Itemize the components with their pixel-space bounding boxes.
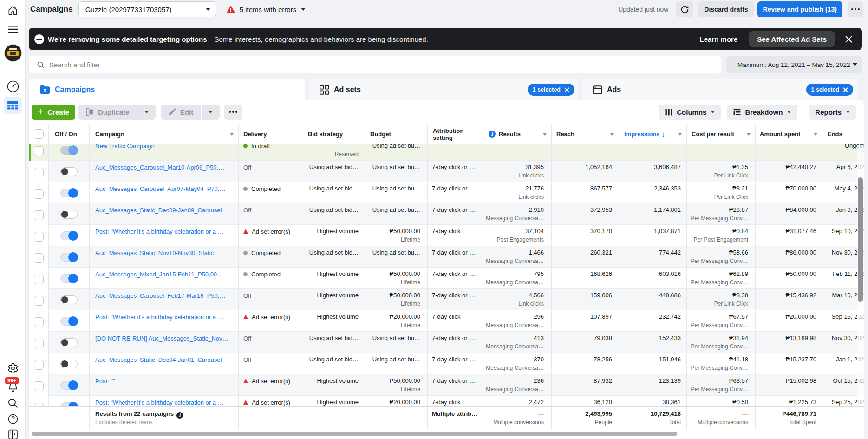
search-input[interactable] [49,61,715,69]
info-icon[interactable]: i [489,131,496,138]
sort-caret-icon[interactable] [814,133,817,136]
campaign-toggle[interactable] [60,338,78,347]
campaigns-nav-icon[interactable] [0,99,26,111]
columns-button[interactable]: Columns [659,105,721,120]
campaign-link[interactable]: Post: "Whether it's a birthday celebrati… [95,228,224,236]
campaign-toggle[interactable] [60,167,78,176]
row-checkbox[interactable] [34,146,44,156]
account-selector[interactable]: Guzzle (202977331703057) [78,1,216,17]
see-affected-adsets-button[interactable]: See Affected Ad Sets [749,31,835,47]
reports-button[interactable]: Reports [809,105,856,120]
search-filter-box[interactable] [29,56,721,73]
campaign-link[interactable]: Post: "" [95,377,115,386]
row-checkbox[interactable] [34,317,44,327]
info-icon[interactable]: i [176,412,183,419]
vertical-scrollbar-thumb[interactable] [858,177,863,302]
sort-caret-icon[interactable] [678,133,682,136]
column-header-results[interactable]: i Results [483,124,552,144]
ads-manager-icon[interactable] [0,80,26,93]
menu-icon[interactable] [0,24,26,34]
column-header-amount-spent[interactable]: Amount spent [756,124,822,144]
sort-caret-icon[interactable] [747,133,751,136]
clear-selection-icon[interactable] [843,87,848,92]
settings-gear-icon[interactable] [0,363,26,374]
tab-adsets[interactable]: Ad sets 1 selected [309,79,578,100]
duplicate-button[interactable]: Duplicate [78,105,137,120]
sort-caret-icon[interactable] [543,133,547,136]
row-checkbox[interactable] [34,189,44,199]
campaign-link[interactable]: [DO NOT RE-RUN] Auc_Messages_Static_Nov… [95,334,228,343]
row-checkbox[interactable] [34,168,44,177]
campaign-toggle[interactable] [60,381,78,390]
column-header-impressions[interactable]: Impressions↓ [619,124,687,144]
campaign-toggle[interactable] [60,231,78,240]
row-checkbox[interactable] [34,275,44,284]
column-header-cost-per-result[interactable]: Cost per result [687,124,756,144]
help-icon[interactable] [0,413,26,425]
tab-campaigns[interactable]: Campaigns [29,79,305,100]
campaign-link[interactable]: Auc_Messages_Carousel_Apr07-May04_P70,… [95,185,225,193]
row-checkbox[interactable] [34,403,44,406]
column-header-off-on[interactable]: Off / On [49,124,90,144]
row-checkbox[interactable] [34,232,44,242]
adsets-selected-pill[interactable]: 1 selected [528,84,574,96]
campaign-toggle[interactable] [60,402,78,407]
row-checkbox[interactable] [34,381,44,391]
campaign-link[interactable]: New Traffic Campaign [95,144,155,151]
home-icon[interactable] [0,5,26,16]
duplicate-dropdown-button[interactable] [137,105,156,120]
campaign-toggle[interactable] [60,295,78,304]
campaign-link[interactable]: Auc_Messages_Static_Nov10-Nov30_Static [95,249,214,257]
row-checkbox[interactable] [34,360,44,370]
campaign-link[interactable]: Auc_Messages_Mixed_Jan15-Feb11_P50,00… [95,270,223,279]
sort-caret-icon[interactable] [230,133,234,136]
sidebar-search-icon[interactable] [0,397,26,409]
campaign-toggle[interactable] [60,189,78,197]
column-header-campaign[interactable]: Campaign [90,124,239,144]
toolbar-more-button[interactable] [224,105,242,120]
breakdown-button[interactable]: Breakdown [727,105,797,120]
row-checkbox[interactable] [34,296,44,306]
campaign-toggle[interactable] [60,146,78,155]
campaign-link[interactable]: Auc_Messages_Static_Dec09-Jan09_Carousel [95,206,222,215]
campaign-toggle[interactable] [60,274,78,283]
column-header-delivery[interactable]: Delivery [239,124,304,144]
campaign-link[interactable]: Auc_Messages_Carousel_Mar10-Apr06_P50,… [95,164,224,172]
more-options-button[interactable] [848,1,863,17]
column-header-ends[interactable]: Ends [822,124,864,144]
campaign-toggle[interactable] [60,360,78,368]
ads-selected-pill[interactable]: 1 selected [806,84,853,96]
tab-ads[interactable]: Ads 1 selected [582,79,857,100]
sort-caret-icon[interactable] [610,133,614,136]
campaign-toggle[interactable] [60,210,78,219]
column-header-attribution[interactable]: Attributionsetting [428,124,483,144]
clear-selection-icon[interactable] [564,87,569,92]
campaign-link[interactable]: Post: "Whether it's a birthday celebrati… [95,313,224,321]
collapse-sidebar-icon[interactable] [0,429,26,439]
edit-button[interactable]: Edit [161,105,201,120]
review-publish-button[interactable]: Review and publish (13) [757,1,842,17]
row-checkbox[interactable] [34,339,44,348]
row-checkbox[interactable] [34,253,44,263]
column-header-reach[interactable]: Reach [552,124,619,144]
campaign-link[interactable]: Post: "Whether it's a birthday celebrati… [95,399,224,406]
create-button[interactable]: + Create [32,105,75,120]
learn-more-link[interactable]: Learn more [700,35,738,43]
discard-drafts-button[interactable]: Discard drafts [698,1,753,17]
delivery-cell: Off [239,353,304,374]
errors-dropdown[interactable]: 5 items with errors [226,5,306,13]
campaign-toggle[interactable] [60,253,78,262]
refresh-button[interactable] [676,1,693,17]
column-header-budget[interactable]: Budget [365,124,428,144]
select-all-checkbox[interactable] [34,129,44,139]
horizontal-scrollbar-thumb[interactable] [32,432,677,436]
date-range-button[interactable]: Maximum: Aug 12, 2021 – May 15, 2022 [726,56,862,73]
row-checkbox[interactable] [34,210,44,220]
campaign-toggle[interactable] [60,317,78,326]
account-avatar[interactable] [0,44,26,62]
campaign-link[interactable]: Auc_Messages_Static_Dec04-Jan01_Carousel [95,356,222,364]
edit-dropdown-button[interactable] [202,105,220,120]
column-header-bid-strategy[interactable]: Bid strategy [304,124,365,144]
banner-close-icon[interactable] [845,35,853,43]
campaign-link[interactable]: Auc_Messages_Carousel_Feb17-Mar16_P50,… [95,292,225,300]
